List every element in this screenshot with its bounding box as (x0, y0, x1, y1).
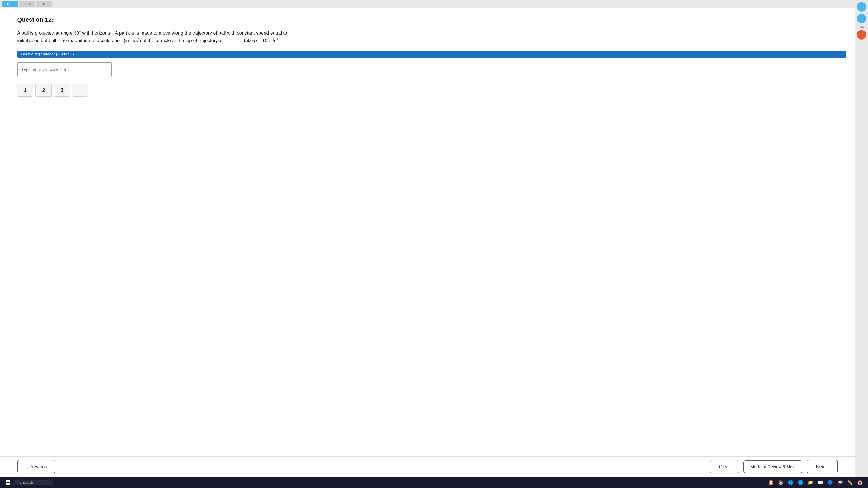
taskbar-files-icon[interactable]: 📁 (806, 479, 814, 486)
numpad: 1 2 3 − (17, 84, 846, 97)
taskbar-book-icon[interactable]: 📚 (777, 479, 784, 486)
clear-button-label: Clear (719, 464, 731, 469)
question-body: A ball is projected at angle 60° with ho… (17, 29, 297, 44)
main-content: Question 12: A ball is projected at angl… (0, 8, 868, 488)
sidebar-circle-blue[interactable] (857, 2, 866, 11)
taskbar-app-icons: 📋 📚 🌐 🌐 📁 ✉️ 🔵 📢 ✏️ 📅 (767, 479, 864, 486)
taskbar-search-label: Search (23, 481, 33, 484)
taskbar-clipboard-icon[interactable]: 📋 (767, 479, 775, 486)
question-title: Question 12: (17, 17, 846, 23)
windows-start-button[interactable] (4, 479, 11, 486)
top-tabs-bar: Tab 1 Tab 2 Tab 3 (0, 0, 868, 8)
svg-line-5 (20, 483, 21, 484)
taskbar-browser-icon[interactable]: 🌐 (787, 479, 795, 486)
taskbar-mail-icon[interactable]: ✉️ (816, 479, 824, 486)
svg-rect-0 (6, 480, 7, 482)
answer-input[interactable] (17, 62, 112, 77)
numpad-key-1[interactable]: 1 (17, 84, 33, 97)
taskbar-teams-icon[interactable]: 📢 (836, 479, 844, 486)
svg-rect-3 (8, 483, 10, 485)
sidebar-phys-label: Phys (858, 25, 865, 28)
next-arrow-icon: › (827, 464, 829, 469)
svg-rect-1 (8, 480, 10, 482)
question-type-badge: Double-digit Integer (-99 to 99) (17, 51, 846, 58)
taskbar: Search 📋 📚 🌐 🌐 📁 ✉️ 🔵 📢 ✏️ 📅 (0, 477, 868, 488)
tab-active[interactable]: Tab 1 (2, 1, 18, 7)
next-button[interactable]: Next › (807, 460, 838, 474)
numpad-key-2[interactable]: 2 (35, 84, 52, 97)
right-sidebar: Phys (855, 0, 868, 488)
sidebar-circle-blue-2[interactable] (857, 14, 866, 23)
tab-inactive-2[interactable]: Tab 3 (36, 1, 52, 7)
previous-button[interactable]: ‹ Previous (17, 460, 55, 474)
taskbar-edge-icon[interactable]: 🌐 (797, 479, 804, 486)
clear-button[interactable]: Clear (710, 460, 739, 474)
svg-rect-2 (6, 483, 7, 485)
next-button-label: Next (816, 464, 826, 469)
taskbar-search-bar[interactable]: Search (14, 480, 53, 485)
tab-inactive-1[interactable]: Tab 2 (19, 1, 35, 7)
taskbar-chrome-icon[interactable]: 🔵 (826, 479, 834, 486)
mark-review-button[interactable]: Mark for Review & Next (743, 460, 802, 473)
numpad-key-minus[interactable]: − (72, 84, 88, 97)
previous-button-label: Previous (29, 464, 47, 469)
taskbar-calendar-icon[interactable]: 📅 (856, 479, 864, 486)
numpad-key-3[interactable]: 3 (54, 84, 70, 97)
taskbar-pen-icon[interactable]: ✏️ (846, 479, 854, 486)
sidebar-circle-orange[interactable] (857, 30, 866, 39)
bottom-action-bar: ‹ Previous Clear Mark for Review & Next … (0, 456, 855, 477)
mark-review-button-label: Mark for Review & Next (750, 464, 796, 469)
previous-arrow-icon: ‹ (25, 464, 27, 469)
svg-point-4 (18, 481, 20, 483)
